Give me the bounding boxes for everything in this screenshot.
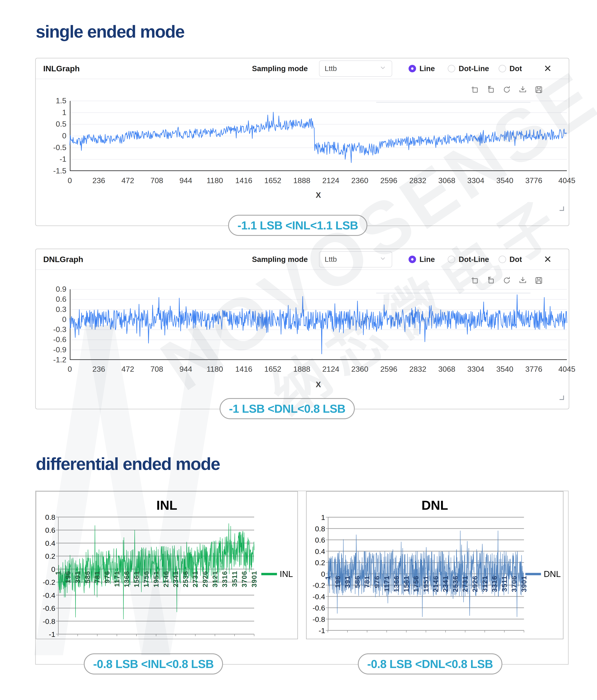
radio-dot-line[interactable] [448,65,455,72]
y-tick-label: 1 [39,108,67,117]
chart-title: DNL [306,498,563,512]
y-tick-label: -1.5 [39,167,67,175]
y-tick-label: 0.4 [306,547,325,556]
zoom-back-icon[interactable] [486,276,495,285]
x-category-label: 586 [84,571,91,583]
x-tick-label: 2832 [409,365,426,374]
radio-dot[interactable] [499,65,506,72]
x-category-label: 3511 [501,576,508,592]
x-axis-title: X [70,380,567,389]
x-category-label: 3121 [481,576,489,592]
inl-excel-chart: INL 0.80.60.40.20-0.2-0.4-0.6-0.8-1 1196… [36,491,298,639]
x-category-label: 2926 [471,576,479,592]
x-category-label: 2341 [442,576,449,592]
sampling-mode-label: Sampling mode [252,255,308,264]
save-icon[interactable] [534,276,543,285]
zoom-area-icon[interactable] [470,85,479,95]
x-tick-label: 4045 [558,365,575,374]
x-category-label: 391 [74,571,81,583]
differential-section-box: INL 0.80.60.40.20-0.2-0.4-0.6-0.8-1 1196… [35,491,569,665]
x-tick-label: 1180 [206,176,223,185]
legend: INL [261,569,293,579]
x-category-label: 781 [94,571,101,583]
save-icon[interactable] [534,85,543,95]
y-tick-label: 1.5 [39,96,67,105]
x-category-label: 196 [334,576,342,588]
y-tick-label: -0.8 [36,617,55,626]
sampling-mode-select[interactable]: Lttb [319,60,392,77]
x-tick-label: 1416 [235,365,252,374]
radio-line[interactable] [408,256,416,263]
y-tick-label: 0.2 [36,552,55,560]
x-tick-label: 2360 [351,365,368,374]
y-tick-label: -0.6 [306,604,325,612]
radio-dot[interactable] [499,256,506,263]
radio-dot-label: Dot [509,64,522,73]
chart-toolbar [470,85,543,95]
radio-line[interactable] [408,65,416,72]
x-tick-label: 2360 [351,176,368,185]
refresh-icon[interactable] [502,276,511,285]
x-tick-label: 3540 [496,176,513,185]
x-category-label: 1 [324,576,331,580]
x-category-label: 196 [64,571,72,583]
radio-line-label: Line [419,255,435,264]
download-icon[interactable] [518,276,527,285]
x-tick-label: 3304 [467,365,484,374]
x-tick-label: 944 [179,365,192,374]
zoom-area-icon[interactable] [470,276,479,285]
x-category-label: 2146 [162,571,170,588]
y-tick-label: -0.3 [39,325,67,334]
download-icon[interactable] [518,85,527,95]
x-category-label: 1366 [393,576,400,592]
single-ended-title: single ended mode [36,22,184,42]
x-tick-label: 236 [93,365,105,374]
zoom-back-icon[interactable] [486,85,495,95]
x-category-label: 1171 [113,571,121,587]
x-tick-label: 3540 [496,365,513,374]
y-tick-label: 0 [39,315,67,324]
x-category-label: 1951 [152,571,160,588]
x-category-label: 976 [103,571,111,583]
radio-dot-line[interactable] [448,256,455,263]
resize-grip[interactable] [559,206,564,211]
x-tick-label: 944 [179,176,192,185]
y-tick-label: 0.6 [39,295,67,304]
x-tick-label: 472 [121,365,134,374]
x-tick-label: 0 [68,365,72,374]
y-axis-labels: 1.510.50-0.5-1-1.5 [39,101,67,171]
y-tick-label: -0.4 [36,591,55,600]
chart-title: INL [36,498,297,512]
y-tick-label: 0 [306,570,325,578]
close-icon[interactable]: ✕ [544,255,552,264]
x-category-label: 586 [353,576,361,588]
legend-line-swatch [261,573,277,575]
y-tick-label: 0.6 [36,526,55,534]
x-tick-label: 236 [93,176,105,185]
dnl-panel-header: DNLGraph Sampling mode Lttb Line Dot-Lin… [36,249,569,270]
x-axis-labels: 0236472708944118014161652188821242360259… [70,365,567,374]
y-tick-label: 0.2 [306,558,325,567]
y-tick-label: -1 [36,630,55,639]
x-tick-label: 1888 [293,365,310,374]
x-tick-label: 1652 [264,176,281,185]
radio-dot-line-label: Dot-Line [458,64,489,73]
x-category-label: 3901 [250,571,258,588]
y-tick-label: 0.3 [39,305,67,314]
inl-panel-header: INLGraph Sampling mode Lttb Line Dot-Lin… [36,58,569,79]
y-axis-labels: 0.90.60.30-0.3-0.6-0.9-1.2 [39,289,67,360]
resize-grip[interactable] [559,396,564,400]
inl-plot-area[interactable] [70,101,567,171]
inl-graph-window: INLGraph Sampling mode Lttb Line Dot-Lin… [35,58,569,226]
sampling-mode-select[interactable]: Lttb [319,251,392,268]
x-category-label: 3706 [241,571,248,588]
chevron-down-icon [379,255,387,264]
y-tick-label: -1 [306,626,325,635]
panel-title: INLGraph [43,58,80,79]
x-category-label: 391 [344,576,351,588]
close-icon[interactable]: ✕ [544,64,552,73]
refresh-icon[interactable] [502,85,511,95]
dnl-plot-area[interactable] [70,289,567,360]
x-tick-label: 3068 [438,176,455,185]
y-tick-label: -0.6 [39,335,67,344]
